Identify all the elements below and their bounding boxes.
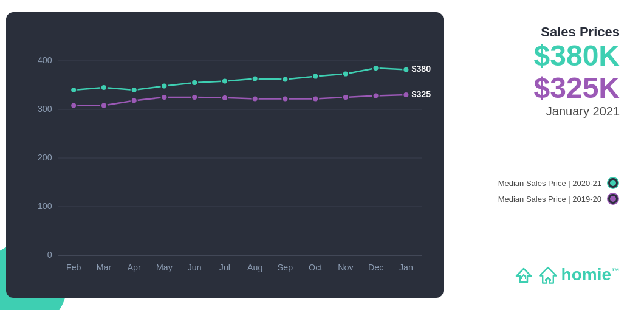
svg-point-33 [403, 66, 409, 72]
legend-item-purple: Median Sales Price | 2019-20 [498, 192, 620, 205]
svg-point-28 [252, 76, 258, 82]
legend-item-green: Median Sales Price | 2020-21 [498, 176, 620, 190]
legend-dot-purple [608, 194, 618, 204]
svg-point-40 [252, 95, 258, 102]
svg-point-31 [343, 71, 349, 77]
svg-point-30 [312, 74, 318, 80]
legend-label-purple: Median Sales Price | 2019-20 [498, 195, 601, 204]
svg-point-43 [343, 94, 349, 100]
svg-text:200: 200 [38, 153, 52, 162]
svg-point-37 [161, 94, 167, 100]
homie-house-icon [513, 264, 535, 286]
svg-text:May: May [156, 263, 173, 272]
svg-text:Mar: Mar [97, 263, 112, 272]
legend-dot-green [608, 178, 618, 188]
legend-label-green: Median Sales Price | 2020-21 [498, 179, 601, 188]
svg-point-44 [373, 93, 379, 99]
svg-text:300: 300 [38, 104, 52, 114]
svg-text:Apr: Apr [128, 263, 141, 272]
svg-text:100: 100 [38, 201, 52, 211]
homie-icon [538, 264, 558, 286]
svg-text:Feb: Feb [66, 263, 81, 272]
svg-point-25 [161, 83, 167, 89]
svg-text:0: 0 [47, 250, 52, 260]
price-purple: $325K [534, 72, 620, 105]
chart-svg: 400 300 200 100 0 Feb Mar Apr May Jun Ju… [24, 30, 431, 280]
svg-text:Jun: Jun [188, 263, 202, 272]
svg-point-23 [101, 84, 107, 91]
svg-point-39 [222, 95, 228, 101]
svg-text:Aug: Aug [247, 263, 262, 272]
svg-point-26 [191, 80, 197, 86]
svg-text:$380: $380 [412, 64, 431, 74]
svg-point-32 [373, 65, 379, 71]
svg-text:Dec: Dec [368, 263, 383, 272]
chart-wrapper: 400 300 200 100 0 Feb Mar Apr May Jun Ju… [6, 12, 444, 298]
svg-text:Oct: Oct [309, 263, 322, 272]
svg-marker-49 [540, 267, 556, 283]
date-label: January 2021 [534, 105, 620, 119]
legend-dot-purple-container [606, 192, 620, 205]
svg-point-24 [131, 87, 137, 93]
main-container: 400 300 200 100 0 Feb Mar Apr May Jun Ju… [0, 0, 644, 310]
homie-text: homie™ [561, 265, 620, 284]
svg-point-36 [131, 98, 137, 104]
right-panel: Sales Prices $380K $325K January 2021 Me… [444, 12, 638, 298]
price-green: $380K [534, 40, 620, 72]
svg-point-35 [101, 103, 107, 109]
sales-title: Sales Prices [534, 24, 620, 40]
chart-inner: 400 300 200 100 0 Feb Mar Apr May Jun Ju… [24, 30, 431, 280]
svg-text:Sep: Sep [278, 263, 293, 272]
legend-dot-green-container [606, 176, 620, 190]
svg-text:Jul: Jul [219, 263, 230, 272]
svg-point-22 [70, 87, 77, 93]
svg-text:Nov: Nov [338, 263, 353, 272]
svg-point-27 [222, 78, 228, 84]
svg-point-38 [191, 94, 197, 100]
homie-logo: homie™ [513, 264, 620, 286]
svg-text:$325: $325 [412, 89, 431, 99]
svg-point-41 [282, 95, 288, 102]
svg-point-45 [403, 92, 409, 98]
svg-point-29 [282, 76, 288, 82]
svg-text:400: 400 [38, 55, 52, 65]
svg-text:Jan: Jan [399, 263, 413, 272]
legend: Median Sales Price | 2020-21 Median Sale… [498, 176, 620, 205]
svg-point-42 [312, 95, 318, 102]
svg-point-34 [70, 103, 77, 109]
